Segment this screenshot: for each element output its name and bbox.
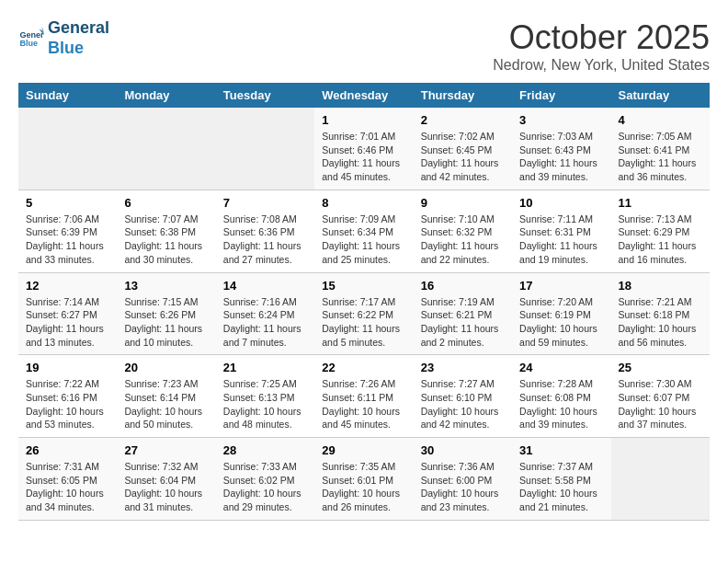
weekday-header: Monday: [117, 83, 215, 108]
calendar-cell: 28Sunrise: 7:33 AM Sunset: 6:02 PM Dayli…: [216, 438, 314, 521]
day-number: 1: [322, 113, 405, 127]
calendar-cell: 17Sunrise: 7:20 AM Sunset: 6:19 PM Dayli…: [512, 272, 610, 355]
day-info: Sunrise: 7:22 AM Sunset: 6:16 PM Dayligh…: [26, 377, 109, 431]
page-header: General Blue GeneralBlue October 2025 Ne…: [18, 18, 710, 74]
weekday-header: Saturday: [611, 83, 710, 108]
calendar-table: SundayMondayTuesdayWednesdayThursdayFrid…: [18, 83, 710, 521]
calendar-cell: 27Sunrise: 7:32 AM Sunset: 6:04 PM Dayli…: [117, 438, 215, 521]
day-info: Sunrise: 7:06 AM Sunset: 6:39 PM Dayligh…: [26, 213, 109, 267]
calendar-cell: 6Sunrise: 7:07 AM Sunset: 6:38 PM Daylig…: [117, 190, 215, 272]
calendar-week-row: 19Sunrise: 7:22 AM Sunset: 6:16 PM Dayli…: [18, 355, 710, 438]
day-number: 23: [421, 361, 505, 374]
calendar-week-row: 5Sunrise: 7:06 AM Sunset: 6:39 PM Daylig…: [18, 190, 710, 272]
day-info: Sunrise: 7:32 AM Sunset: 6:04 PM Dayligh…: [124, 460, 208, 514]
day-info: Sunrise: 7:31 AM Sunset: 6:05 PM Dayligh…: [26, 460, 109, 514]
calendar-cell: 12Sunrise: 7:14 AM Sunset: 6:27 PM Dayli…: [18, 272, 117, 355]
calendar-cell: 29Sunrise: 7:35 AM Sunset: 6:01 PM Dayli…: [314, 438, 413, 521]
day-number: 2: [421, 113, 505, 127]
day-number: 24: [519, 361, 603, 374]
calendar-cell: 22Sunrise: 7:26 AM Sunset: 6:11 PM Dayli…: [314, 355, 413, 438]
svg-text:General: General: [19, 29, 44, 39]
weekday-header: Friday: [512, 83, 610, 108]
day-info: Sunrise: 7:35 AM Sunset: 6:01 PM Dayligh…: [322, 460, 405, 514]
calendar-cell: 3Sunrise: 7:03 AM Sunset: 6:43 PM Daylig…: [512, 108, 610, 190]
day-info: Sunrise: 7:10 AM Sunset: 6:32 PM Dayligh…: [421, 213, 505, 267]
calendar-cell: 23Sunrise: 7:27 AM Sunset: 6:10 PM Dayli…: [414, 355, 512, 438]
calendar-cell: 16Sunrise: 7:19 AM Sunset: 6:21 PM Dayli…: [414, 272, 512, 355]
day-number: 7: [223, 196, 307, 210]
day-info: Sunrise: 7:26 AM Sunset: 6:11 PM Dayligh…: [322, 377, 405, 431]
calendar-cell: 8Sunrise: 7:09 AM Sunset: 6:34 PM Daylig…: [314, 190, 413, 272]
day-number: 30: [421, 443, 505, 457]
day-number: 15: [322, 279, 405, 293]
day-number: 9: [421, 196, 505, 210]
calendar-cell: 30Sunrise: 7:36 AM Sunset: 6:00 PM Dayli…: [414, 438, 512, 521]
day-number: 10: [519, 196, 603, 210]
location: Nedrow, New York, United States: [493, 57, 710, 74]
calendar-cell: 15Sunrise: 7:17 AM Sunset: 6:22 PM Dayli…: [314, 272, 413, 355]
day-info: Sunrise: 7:05 AM Sunset: 6:41 PM Dayligh…: [619, 130, 702, 184]
calendar-week-row: 1Sunrise: 7:01 AM Sunset: 6:46 PM Daylig…: [18, 108, 710, 190]
day-number: 5: [26, 196, 109, 210]
day-number: 4: [619, 113, 702, 127]
logo-text: GeneralBlue: [48, 18, 109, 58]
day-info: Sunrise: 7:30 AM Sunset: 6:07 PM Dayligh…: [619, 377, 702, 431]
day-info: Sunrise: 7:07 AM Sunset: 6:38 PM Dayligh…: [124, 213, 208, 267]
calendar-cell: [216, 108, 314, 190]
day-info: Sunrise: 7:19 AM Sunset: 6:21 PM Dayligh…: [421, 295, 505, 350]
day-info: Sunrise: 7:20 AM Sunset: 6:19 PM Dayligh…: [519, 295, 603, 350]
logo: General Blue GeneralBlue: [18, 18, 109, 58]
calendar-cell: 25Sunrise: 7:30 AM Sunset: 6:07 PM Dayli…: [611, 355, 710, 438]
svg-text:Blue: Blue: [19, 39, 38, 48]
day-info: Sunrise: 7:02 AM Sunset: 6:45 PM Dayligh…: [421, 130, 505, 184]
calendar-cell: 21Sunrise: 7:25 AM Sunset: 6:13 PM Dayli…: [216, 355, 314, 438]
day-number: 11: [619, 196, 702, 210]
calendar-cell: [611, 438, 710, 521]
weekday-header-row: SundayMondayTuesdayWednesdayThursdayFrid…: [18, 83, 710, 108]
weekday-header: Sunday: [18, 83, 117, 108]
logo-icon: General Blue: [18, 26, 44, 52]
calendar-cell: 7Sunrise: 7:08 AM Sunset: 6:36 PM Daylig…: [216, 190, 314, 272]
calendar-cell: 11Sunrise: 7:13 AM Sunset: 6:29 PM Dayli…: [611, 190, 710, 272]
day-number: 6: [124, 196, 208, 210]
title-section: October 2025 Nedrow, New York, United St…: [493, 18, 710, 74]
day-number: 19: [26, 361, 109, 374]
day-info: Sunrise: 7:37 AM Sunset: 5:58 PM Dayligh…: [519, 460, 603, 514]
day-info: Sunrise: 7:15 AM Sunset: 6:26 PM Dayligh…: [124, 295, 208, 350]
day-number: 22: [322, 361, 405, 374]
calendar-cell: 31Sunrise: 7:37 AM Sunset: 5:58 PM Dayli…: [512, 438, 610, 521]
calendar-cell: 1Sunrise: 7:01 AM Sunset: 6:46 PM Daylig…: [314, 108, 413, 190]
day-info: Sunrise: 7:01 AM Sunset: 6:46 PM Dayligh…: [322, 130, 405, 184]
calendar-cell: 4Sunrise: 7:05 AM Sunset: 6:41 PM Daylig…: [611, 108, 710, 190]
day-number: 26: [26, 443, 109, 457]
day-info: Sunrise: 7:09 AM Sunset: 6:34 PM Dayligh…: [322, 213, 405, 267]
calendar-cell: 24Sunrise: 7:28 AM Sunset: 6:08 PM Dayli…: [512, 355, 610, 438]
day-number: 13: [124, 279, 208, 293]
calendar-cell: 18Sunrise: 7:21 AM Sunset: 6:18 PM Dayli…: [611, 272, 710, 355]
day-number: 18: [619, 279, 702, 293]
calendar-cell: 9Sunrise: 7:10 AM Sunset: 6:32 PM Daylig…: [414, 190, 512, 272]
day-number: 25: [619, 361, 702, 374]
month-title: October 2025: [493, 18, 710, 57]
weekday-header: Wednesday: [314, 83, 413, 108]
day-info: Sunrise: 7:21 AM Sunset: 6:18 PM Dayligh…: [619, 295, 702, 350]
day-info: Sunrise: 7:17 AM Sunset: 6:22 PM Dayligh…: [322, 295, 405, 350]
day-number: 21: [223, 361, 307, 374]
day-number: 16: [421, 279, 505, 293]
day-number: 31: [519, 443, 603, 457]
calendar-cell: 14Sunrise: 7:16 AM Sunset: 6:24 PM Dayli…: [216, 272, 314, 355]
day-info: Sunrise: 7:36 AM Sunset: 6:00 PM Dayligh…: [421, 460, 505, 514]
day-number: 3: [519, 113, 603, 127]
day-number: 27: [124, 443, 208, 457]
day-info: Sunrise: 7:16 AM Sunset: 6:24 PM Dayligh…: [223, 295, 307, 350]
day-number: 12: [26, 279, 109, 293]
day-number: 28: [223, 443, 307, 457]
day-info: Sunrise: 7:14 AM Sunset: 6:27 PM Dayligh…: [26, 295, 109, 350]
day-info: Sunrise: 7:28 AM Sunset: 6:08 PM Dayligh…: [519, 377, 603, 431]
day-number: 29: [322, 443, 405, 457]
calendar-cell: 10Sunrise: 7:11 AM Sunset: 6:31 PM Dayli…: [512, 190, 610, 272]
day-info: Sunrise: 7:23 AM Sunset: 6:14 PM Dayligh…: [124, 377, 208, 431]
day-info: Sunrise: 7:25 AM Sunset: 6:13 PM Dayligh…: [223, 377, 307, 431]
day-info: Sunrise: 7:11 AM Sunset: 6:31 PM Dayligh…: [519, 213, 603, 267]
weekday-header: Tuesday: [216, 83, 314, 108]
